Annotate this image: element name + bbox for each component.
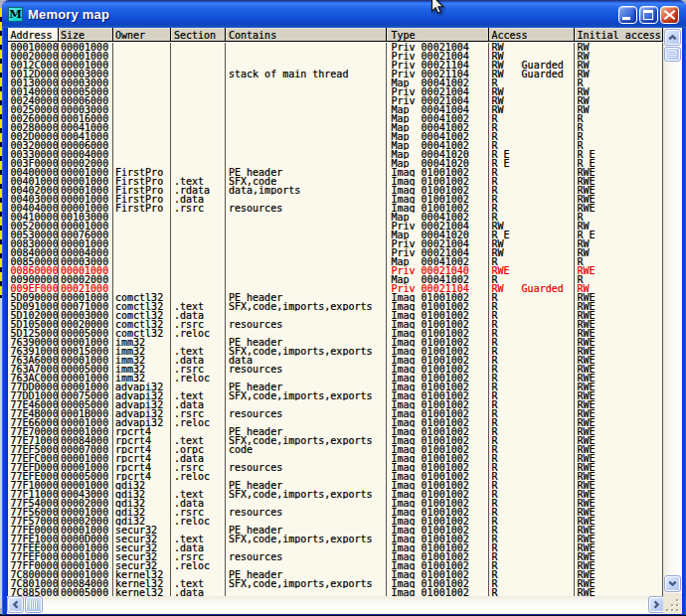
table-row[interactable]: 77DD100000075000advapi32.textSFX,code,im… (8, 391, 663, 400)
table-row[interactable]: 0086000000001000Priv 00021040RWERWE (8, 266, 663, 275)
table-row[interactable]: 77EFE00000005000rpcrt4.relocImag 0100100… (8, 472, 663, 481)
table-row[interactable]: 5D10500000020000comctl32.rsrcresourcesIm… (8, 320, 663, 329)
cell-size: 00005000 (59, 329, 113, 338)
table-row[interactable]: 77EF500000007000rpcrt4.orpccodeImag 0100… (8, 445, 663, 454)
titlebar[interactable]: M Memory map (2, 0, 686, 28)
maximize-button[interactable] (639, 6, 658, 24)
table-row[interactable]: 77F5600000001000gdi32.rsrcresourcesImag … (8, 508, 663, 517)
cell-owner (113, 213, 171, 222)
table-row[interactable]: 0025000000003000Map 00041004RWRW (8, 105, 663, 114)
resize-grip[interactable] (663, 593, 682, 614)
cell-contains: PE header (226, 481, 387, 490)
table-row[interactable]: 0026000000016000Map 00041002RR (8, 114, 663, 123)
table-row[interactable]: 77E4B0000001B000advapi32.rsrcresourcesIm… (8, 409, 663, 418)
table-row[interactable]: 0085000000003000Map 00041002RR (8, 257, 663, 266)
table-row[interactable]: 0090000000002000Map 00041002RR (8, 275, 663, 284)
cell-address: 5D090000 (8, 293, 59, 302)
column-header-initial-access[interactable]: Initial access (575, 28, 663, 41)
horizontal-scroll-thumb[interactable] (25, 596, 43, 613)
table-row[interactable]: 7C88500000005000kernel32.dataImag 010010… (8, 588, 663, 596)
table-row[interactable]: 763AC00000001000imm32.relocImag 01001002… (8, 374, 663, 383)
cell-initial: RWE (575, 445, 663, 454)
table-row[interactable]: 7639100000015000imm32.textSFX,code,impor… (8, 347, 663, 356)
table-row[interactable]: 7C80000000001000kernel32PE headerImag 01… (8, 570, 663, 579)
table-row[interactable]: 7C80100000084000kernel32.textSFX,code,im… (8, 579, 663, 588)
cell-access: R (489, 535, 575, 543)
table-row[interactable]: 77DD000000001000advapi32PE headerImag 01… (8, 383, 663, 391)
table-row[interactable]: 0040100000001000FirstPro.textSFX,codeIma… (8, 177, 663, 186)
table-row[interactable]: 5D09000000001000comctl32PE headerImag 01… (8, 293, 663, 302)
cell-contains: resources (226, 204, 387, 213)
table-row[interactable]: 5D09100000071000comctl32.textSFX,code,im… (8, 302, 663, 311)
table-row[interactable]: 77F5400000002000gdi32.dataImag 01001002R… (8, 499, 663, 508)
cell-contains (226, 561, 387, 570)
column-header-access[interactable]: Access (489, 28, 575, 41)
cell-address: 77FEF000 (8, 552, 59, 561)
table-row[interactable]: 0024000000006000Priv 00021004RWRW (8, 96, 663, 105)
table-row[interactable]: 77F1000000001000gdi32PE headerImag 01001… (8, 481, 663, 490)
table-row[interactable]: 763A700000005000imm32.rsrcresourcesImag … (8, 365, 663, 374)
table-row[interactable]: 0053000000076000Map 00041020R ER E (8, 231, 663, 239)
table-row[interactable]: 0032000000006000Map 00041002RR (8, 141, 663, 150)
table-row[interactable]: 0014000000005000Priv 00021004RWRW (8, 87, 663, 96)
column-header-type[interactable]: Type (387, 28, 489, 41)
table-row[interactable]: 77EFC00000001000rpcrt4.dataImag 01001002… (8, 454, 663, 463)
column-header-size[interactable]: Size (59, 28, 113, 41)
table-row[interactable]: 5D10200000003000comctl32.dataImag 010010… (8, 311, 663, 320)
table-row[interactable]: 0040300000001000FirstPro.dataImag 010010… (8, 195, 663, 204)
table-row[interactable]: 77E4600000005000advapi32.dataImag 010010… (8, 400, 663, 409)
table-row[interactable]: 77FE000000001000secur32PE headerImag 010… (8, 526, 663, 535)
table-row[interactable]: 003F000000002000Map 00041020R ER E (8, 159, 663, 168)
scroll-up-button[interactable] (664, 29, 681, 46)
table-row[interactable]: 0002000000001000Priv 00021004RWRW (8, 52, 663, 61)
minimize-button[interactable] (618, 6, 637, 24)
table-row[interactable]: 77FF000000001000secur32.relocImag 010010… (8, 561, 663, 570)
column-header-contains[interactable]: Contains (226, 28, 387, 41)
horizontal-scrollbar[interactable] (7, 596, 663, 613)
cell-access: R (489, 320, 575, 329)
table-row[interactable]: 0012C00000001000Priv 00021104RW GuardedR… (8, 61, 663, 70)
cell-contains (226, 61, 387, 70)
cell-access: R (489, 454, 575, 463)
table-row[interactable]: 0041000000103000Map 00041002RR (8, 213, 663, 222)
cell-type: Priv 00021004 (387, 87, 489, 96)
table-row[interactable]: 0033000000004000Map 00041020R ER E (8, 150, 663, 159)
close-button[interactable] (660, 6, 679, 24)
table-row[interactable]: 0028000000041000Map 00041002RR (8, 123, 663, 132)
scroll-down-button[interactable] (664, 575, 681, 592)
column-header-owner[interactable]: Owner (113, 28, 171, 41)
table-row[interactable]: 0001000000001000Priv 00021004RWRW (8, 43, 663, 52)
table-row[interactable]: 77FE10000000D000secur32.textSFX,code,imp… (8, 535, 663, 543)
table-row[interactable]: 002D000000041000Map 00041002RR (8, 132, 663, 141)
vertical-scroll-thumb[interactable] (664, 47, 681, 62)
cell-size: 00001000 (59, 43, 113, 52)
table-row[interactable]: 77F1100000043000gdi32.textSFX,code,impor… (8, 490, 663, 499)
table-row[interactable]: 77F5700000002000gdi32.relocImag 01001002… (8, 517, 663, 526)
table-row[interactable]: 77EFD00000001000rpcrt4.rsrcresourcesImag… (8, 463, 663, 472)
table-row[interactable]: 77FEE00000001000secur32.dataImag 0100100… (8, 543, 663, 552)
table-row[interactable]: 77E7000000001000rpcrt4PE headerImag 0100… (8, 427, 663, 436)
table-row[interactable]: 763A600000001000imm32.datadataImag 01001… (8, 356, 663, 365)
vertical-scrollbar[interactable] (663, 28, 682, 593)
table-row[interactable]: 77E6600000001000advapi32.relocImag 01001… (8, 418, 663, 427)
table-row[interactable]: 0084000000004000Priv 00021004RWRW (8, 248, 663, 257)
cell-size: 00001000 (59, 543, 113, 552)
table-row[interactable]: 0012D00000003000stack of main threadPriv… (8, 70, 663, 78)
table-row[interactable]: 009EF00000021000Priv 00021104RW GuardedR… (8, 284, 663, 293)
cell-access: R (489, 570, 575, 579)
scroll-left-button[interactable] (7, 596, 24, 613)
column-header-section[interactable]: Section (171, 28, 226, 41)
table-row[interactable]: 7639000000001000imm32PE headerImag 01001… (8, 338, 663, 347)
table-row[interactable]: 5D12500000005000comctl32.relocImag 01001… (8, 329, 663, 338)
table-row[interactable]: 77E7100000084000rpcrt4.textSFX,code,impo… (8, 436, 663, 445)
cell-section: .text (171, 436, 226, 445)
table-row[interactable]: 0052000000001000Priv 00021004RWRW (8, 222, 663, 231)
table-row[interactable]: 0040200000001000FirstPro.rdatadata,impor… (8, 186, 663, 195)
table-row[interactable]: 0013000000003000Map 00041002RR (8, 78, 663, 87)
cell-address: 00130000 (8, 78, 59, 87)
table-row[interactable]: 0083000000001000Priv 00021004RWRW (8, 239, 663, 248)
table-row[interactable]: 77FEF00000001000secur32.rsrcresourcesIma… (8, 552, 663, 561)
table-row[interactable]: 0040000000001000FirstProPE headerImag 01… (8, 168, 663, 177)
table-row[interactable]: 0040400000001000FirstPro.rsrcresourcesIm… (8, 204, 663, 213)
column-header-address[interactable]: Address (8, 28, 59, 41)
